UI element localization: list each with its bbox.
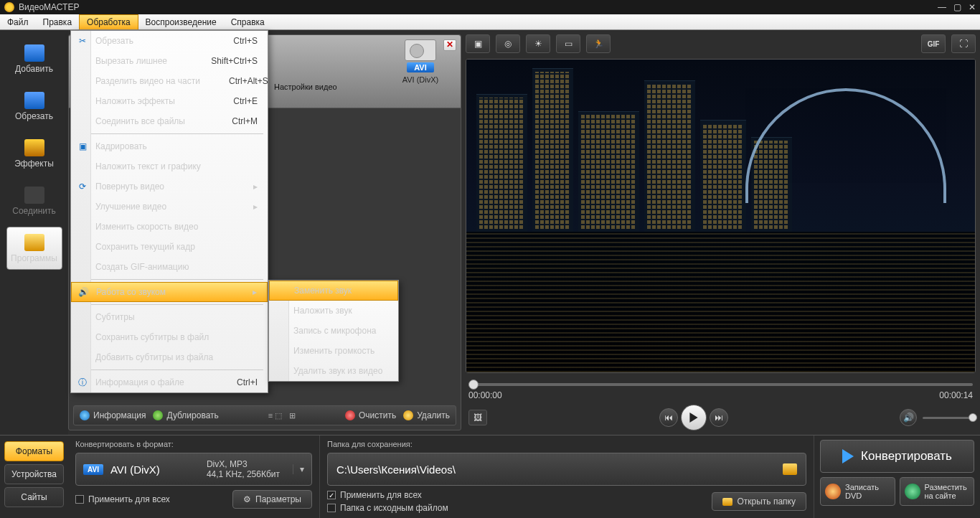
source-folder-checkbox[interactable]: Папка с исходным файлом — [327, 503, 448, 513]
cut-icon: ✂ — [75, 34, 90, 48]
prev-button[interactable]: ⏮ — [659, 408, 678, 427]
menu-item[interactable]: Наложить эффектыCtrl+E — [71, 91, 268, 111]
sb-effects[interactable]: Эффекты — [6, 132, 62, 175]
tab-devices[interactable]: Устройства — [4, 464, 64, 484]
volume-knob[interactable] — [969, 413, 977, 422]
menu-item[interactable]: Создать GIF-анимацию — [71, 257, 268, 277]
menu-item[interactable]: Улучшение видео▸ — [71, 197, 268, 217]
tab-formats[interactable]: Форматы — [4, 441, 64, 461]
menubar: Файл Правка Обработка Воспроизведение Сп… — [0, 14, 980, 30]
submenu-item[interactable]: Изменить громкость — [269, 341, 398, 361]
time-duration: 00:00:14 — [939, 390, 973, 400]
volume-slider[interactable] — [923, 417, 973, 419]
sb-add[interactable]: Добавить — [6, 37, 62, 80]
save-folder-label: Папка для сохранения: — [327, 440, 806, 448]
close-button[interactable]: ✕ — [969, 2, 976, 12]
volume-button[interactable]: 🔊 — [900, 409, 917, 426]
sb-programs[interactable]: Программы — [6, 227, 62, 270]
output-format-tile[interactable]: AVI AVI (DivX) — [386, 39, 455, 84]
apply-all-folder-checkbox[interactable]: Применить для всех — [327, 490, 448, 500]
tb-clear[interactable]: Очистить — [345, 410, 396, 420]
submenu-item[interactable]: Запись с микрофона — [269, 321, 398, 341]
tb-duplicate[interactable]: Дублировать — [153, 410, 218, 420]
menu-item: Субтитры — [71, 307, 268, 327]
format-selector[interactable]: AVI AVI (DivX) DivX, MP3 44,1 KHz, 256Кб… — [75, 453, 312, 486]
burn-dvd-button[interactable]: Записать DVD — [820, 477, 895, 506]
browse-folder-icon[interactable] — [783, 463, 797, 475]
convert-button[interactable]: Конвертировать — [820, 440, 974, 473]
minimize-button[interactable]: — — [938, 2, 946, 12]
sb-cut[interactable]: Обрезать — [6, 85, 62, 128]
menu-item[interactable]: Сохранить текущий кадр — [71, 237, 268, 257]
menu-item[interactable]: Разделить видео на частиCtrl+Alt+S — [71, 71, 268, 91]
pt-crop[interactable]: ▣ — [466, 34, 490, 53]
seek-knob[interactable] — [468, 380, 479, 390]
menu-processing[interactable]: Обработка — [79, 14, 138, 29]
sb-join[interactable]: Соединить — [6, 179, 62, 222]
video-settings-link[interactable]: Настройки видео — [274, 83, 337, 91]
open-folder-button[interactable]: Открыть папку — [712, 492, 806, 511]
menu-item[interactable]: ⟳Повернуть видео▸ — [71, 176, 268, 197]
menu-item[interactable]: Наложить текст и графику — [71, 156, 268, 176]
snapshot-button[interactable]: 🖼 — [468, 410, 487, 425]
menu-item[interactable]: 🔊Работа со звуком▸ — [71, 282, 268, 302]
preview-panel: ▣ ◎ ☀ ▭ 🏃 GIF ⛶ — [466, 34, 976, 430]
folder-section: Папка для сохранения: C:\Users\Ксения\Vi… — [319, 435, 814, 518]
tb-view-grid[interactable]: ⊞ — [289, 411, 296, 420]
publish-site-button[interactable]: Разместить на сайте — [900, 477, 975, 506]
menu-playback[interactable]: Воспроизведение — [138, 14, 224, 29]
menu-item[interactable]: Вырезать лишнееShift+Ctrl+S — [71, 51, 268, 71]
info-icon — [80, 410, 90, 420]
menu-item[interactable]: ▣Кадрировать — [71, 136, 268, 156]
submenu-item[interactable]: Наложить звук — [269, 301, 398, 321]
pt-frame[interactable]: ▭ — [556, 34, 580, 53]
menu-edit[interactable]: Правка — [36, 14, 80, 29]
sound-icon: 🔊 — [76, 285, 90, 299]
sb-join-label: Соединить — [12, 206, 56, 216]
pt-fullscreen[interactable]: ⛶ — [951, 34, 976, 53]
save-path-text: C:\Users\Ксения\Videos\ — [336, 463, 776, 476]
programs-icon — [24, 234, 44, 251]
tb-info[interactable]: Информация — [80, 410, 146, 420]
seek-bar[interactable] — [468, 383, 973, 386]
menu-file[interactable]: Файл — [0, 14, 36, 29]
pt-brightness[interactable]: ☀ — [526, 34, 550, 53]
next-button[interactable]: ⏭ — [710, 408, 728, 427]
app-logo-icon — [4, 2, 14, 12]
globe-icon — [905, 484, 920, 499]
menu-help[interactable]: Справка — [224, 14, 272, 29]
format-label: AVI (DivX) — [386, 75, 455, 84]
menu-item[interactable]: ⓘИнформация о файлеCtrl+I — [71, 372, 268, 392]
pt-speed[interactable]: 🏃 — [586, 34, 611, 53]
tab-sites[interactable]: Сайты — [4, 487, 64, 507]
pt-aperture[interactable]: ◎ — [496, 34, 520, 53]
menu-item: Сохранить субтитры в файл — [71, 327, 268, 347]
apply-all-checkbox[interactable]: Применить для всех — [75, 494, 170, 504]
menu-item[interactable]: Добавить субтитры из файла — [71, 347, 268, 367]
pt-gif[interactable]: GIF — [921, 34, 946, 53]
format-section: Конвертировать в формат: AVI AVI (DivX) … — [68, 435, 319, 518]
format-meta: DivX, MP3 44,1 KHz, 256Кбит — [207, 459, 280, 479]
play-button[interactable] — [681, 405, 707, 430]
menu-item[interactable]: Изменить скорость видео — [71, 217, 268, 237]
file-toolbar: Информация Дублировать ≡ ⬚ ⊞ Очистить Уд… — [73, 405, 456, 425]
video-preview[interactable] — [466, 59, 976, 373]
parameters-button[interactable]: ⚙Параметры — [232, 490, 312, 509]
gear-icon: ⚙ — [243, 494, 251, 504]
maximize-button[interactable]: ▢ — [953, 2, 961, 12]
delete-icon — [403, 410, 413, 420]
duplicate-icon — [153, 410, 163, 420]
format-badge-icon: AVI — [83, 464, 103, 475]
submenu-item[interactable]: Удалить звук из видео — [269, 361, 398, 381]
titlebar: ВидеоМАСТЕР — ▢ ✕ — [0, 0, 980, 14]
bottom-tabs: Форматы Устройства Сайты — [0, 435, 68, 518]
time-current: 00:00:00 — [468, 390, 502, 400]
clear-icon — [345, 410, 355, 420]
menu-item[interactable]: ✂ОбрезатьCtrl+S — [71, 31, 268, 51]
submenu-item[interactable]: Заменить звук — [269, 281, 398, 301]
tb-delete[interactable]: Удалить — [403, 410, 450, 420]
tb-view-list[interactable]: ≡ ⬚ — [268, 411, 282, 420]
convert-to-label: Конвертировать в формат: — [75, 440, 312, 448]
save-path-box[interactable]: C:\Users\Ксения\Videos\ — [327, 453, 806, 486]
crop-icon: ▣ — [75, 139, 90, 154]
